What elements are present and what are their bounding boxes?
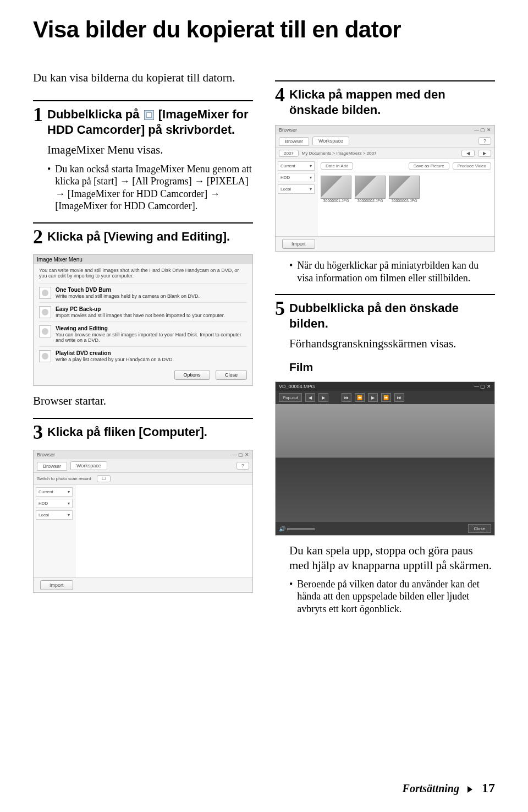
sidebar-item-hdd[interactable]: HDD▾ — [278, 173, 315, 182]
sidebar-item-current[interactable]: Current▾ — [36, 487, 73, 497]
menu-item-desc: You can browse movie or still images imp… — [56, 332, 241, 343]
window-controls: — ▢ ✕ — [232, 452, 249, 457]
nav-button[interactable]: ▶ — [478, 150, 491, 157]
nav-button[interactable]: ◀ — [461, 150, 475, 157]
volume-slider[interactable] — [287, 528, 315, 530]
step-separator — [275, 80, 495, 81]
sidebar-item-local[interactable]: Local▾ — [36, 510, 73, 520]
bullet-dot-icon: • — [47, 163, 51, 212]
step-1-sub: ImageMixer Menu visas. — [47, 143, 253, 157]
video-window-controls: — ▢ ✕ — [474, 384, 491, 389]
menu-item-desc: Write a play list created by your Handyc… — [56, 357, 174, 362]
right-column: 4 Klicka på mappen med den önskade bilde… — [275, 70, 495, 615]
window-title: Browser — [37, 452, 55, 457]
playlist-icon — [39, 350, 51, 362]
viewing-icon — [39, 325, 51, 337]
produce-video-button[interactable]: Produce Video — [453, 162, 491, 170]
thumbnail[interactable]: 30000001.JPG — [321, 176, 351, 203]
popout-button[interactable]: Pop-out — [279, 393, 302, 402]
skip-back-button[interactable]: ⏮ — [342, 393, 351, 402]
menu-item-dvd-burn[interactable]: One Touch DVD BurnWrite movies and still… — [39, 283, 247, 302]
bullet-dot-icon: • — [289, 578, 293, 615]
menu-item-playlist-dvd[interactable]: Playlist DVD creationWrite a play list c… — [39, 346, 247, 366]
step-5-bullet-text: Beroende på vilken dator du använder kan… — [297, 578, 495, 615]
thumbnail[interactable]: 30000003.JPG — [389, 176, 420, 203]
menu-item-label: Easy PC Back-up — [56, 306, 225, 312]
tab-workspace[interactable]: Workspace — [70, 461, 107, 470]
forward-button[interactable]: ⏩ — [381, 393, 391, 402]
step-1-bullet-text: Du kan också starta ImageMixer Menu geno… — [55, 163, 253, 212]
thumbnail-label: 30000003.JPG — [392, 199, 417, 203]
page-footer: Fortsättning 17 — [403, 781, 495, 795]
step-2-number: 2 — [33, 227, 43, 247]
volume-icon[interactable]: 🔊 — [279, 526, 285, 532]
window-title: Browser — [279, 127, 297, 133]
toolbar-checkbox[interactable]: ☐ — [97, 475, 111, 482]
save-picture-button[interactable]: Save as Picture — [409, 162, 449, 170]
page-number: 17 — [482, 781, 495, 795]
browser-toolbar: Browser Workspace ? — [34, 459, 252, 473]
tab-browser[interactable]: Browser — [279, 137, 309, 146]
thumbnail[interactable]: 30000002.JPG — [355, 176, 386, 203]
chevron-down-icon: ▾ — [310, 175, 312, 180]
menu-item-label: One Touch DVD Burn — [56, 287, 200, 293]
figure-browser-thumbnails: Browser — ▢ ✕ Browser Workspace ? 2007 M… — [275, 125, 495, 252]
browser-main-pane — [75, 485, 252, 577]
import-button[interactable]: Import — [40, 580, 73, 590]
import-button[interactable]: Import — [282, 239, 315, 249]
sidebar-item-local[interactable]: Local▾ — [278, 184, 315, 194]
options-button[interactable]: Options — [174, 370, 210, 380]
fig-menu-desc: You can write movie and still images sho… — [39, 268, 247, 279]
tab-browser[interactable]: Browser — [37, 462, 67, 471]
step-4-text: Klicka på mappen med den önskade bilden. — [289, 87, 495, 117]
bullet-dot-icon: • — [289, 259, 293, 284]
menu-item-label: Playlist DVD creation — [56, 350, 174, 356]
menu-item-backup[interactable]: Easy PC Back-upImport movies and still i… — [39, 302, 247, 321]
skip-fwd-button[interactable]: ⏭ — [394, 393, 404, 402]
close-button[interactable]: Close — [216, 370, 247, 380]
step-separator — [33, 100, 253, 101]
date-add-button[interactable]: Date in Add — [321, 162, 353, 170]
sidebar-item-hdd[interactable]: HDD▾ — [36, 499, 73, 508]
chevron-down-icon: ▾ — [68, 489, 70, 494]
continuation-label: Fortsättning — [403, 782, 459, 794]
chevron-down-icon: ▾ — [68, 513, 70, 517]
step-2-heading: 2 Klicka på [Viewing and Editing]. — [33, 229, 253, 247]
step-1-bullet: • Du kan också starta ImageMixer Menu ge… — [47, 163, 253, 212]
browser-toolbar: Browser Workspace ? — [276, 134, 494, 148]
help-icon[interactable]: ? — [479, 137, 491, 145]
sidebar-item-current[interactable]: Current▾ — [278, 161, 315, 171]
help-icon[interactable]: ? — [237, 462, 249, 470]
fig-menu-titlebar: Image Mixer Menu — [34, 255, 252, 264]
rewind-button[interactable]: ⏪ — [355, 393, 365, 402]
chevron-down-icon: ▾ — [310, 187, 312, 192]
step-3-text: Klicka på fliken [Computer]. — [47, 424, 207, 440]
step-4-number: 4 — [275, 85, 285, 105]
step-4-heading: 4 Klicka på mappen med den önskade bilde… — [275, 87, 495, 117]
prev-button[interactable]: ◀ — [305, 393, 315, 402]
thumbnail-label: 30000001.JPG — [323, 199, 349, 203]
browser-starts-text: Browser startar. — [33, 394, 253, 408]
step-4-bullet: • När du högerklickar på miniatyrbilden … — [289, 259, 495, 284]
step-separator — [275, 294, 495, 295]
backup-icon — [39, 306, 51, 318]
step-1-text-a: Dubbelklicka på — [47, 107, 143, 121]
breadcrumb: My Documents > ImageMixer3 > 2007 — [302, 151, 458, 156]
tab-workspace[interactable]: Workspace — [312, 137, 349, 145]
step-5-number: 5 — [275, 298, 285, 318]
video-close-button[interactable]: Close — [468, 524, 491, 533]
step-1-heading: 1 Dubbelklicka på [ImageMixer for HDD Ca… — [33, 107, 253, 137]
menu-item-desc: Import movies and still images that have… — [56, 313, 225, 318]
menu-item-desc: Write movies and still images held by a … — [56, 293, 200, 299]
browser-main-pane: Date in Add Save as Picture Produce Vide… — [317, 159, 494, 236]
browser-sidebar: Current▾ HDD▾ Local▾ — [34, 485, 75, 577]
next-button[interactable]: ▶ — [318, 393, 328, 402]
date-selector[interactable]: 2007 — [279, 150, 299, 157]
step-1-number: 1 — [33, 105, 43, 124]
continuation-arrow-icon — [468, 786, 472, 793]
browser-titlebar: Browser — ▢ ✕ — [34, 450, 252, 459]
menu-item-viewing-editing[interactable]: Viewing and EditingYou can browse movie … — [39, 321, 247, 346]
step-separator — [33, 222, 253, 224]
play-button[interactable]: ▶ — [368, 393, 378, 402]
figure-imagemixer-menu: Image Mixer Menu You can write movie and… — [33, 254, 253, 386]
